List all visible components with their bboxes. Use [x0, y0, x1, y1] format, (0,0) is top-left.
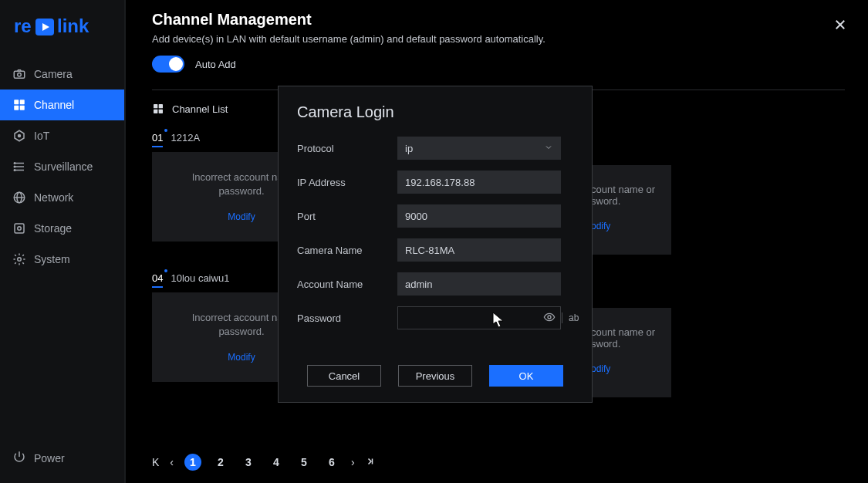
iot-icon — [12, 129, 26, 143]
sidebar-item-label: Camera — [34, 68, 73, 80]
surveillance-icon — [12, 160, 26, 174]
channel-card-partial: count name or sword. odify — [586, 165, 671, 255]
power-button[interactable]: Power — [0, 439, 124, 483]
auto-add-label: Auto Add — [195, 59, 236, 70]
svg-point-13 — [14, 163, 15, 164]
modify-link[interactable]: odify — [591, 221, 664, 231]
page-title: Channel Management — [152, 11, 845, 29]
sidebar-item-iot[interactable]: IoT — [0, 120, 124, 151]
sidebar-item-label: Network — [34, 191, 73, 204]
svg-rect-5 — [14, 100, 19, 104]
port-label: Port — [297, 211, 397, 222]
svg-rect-27 — [159, 110, 163, 113]
ip-input[interactable] — [397, 171, 561, 194]
previous-button[interactable]: Previous — [398, 365, 472, 387]
sidebar-item-channel[interactable]: Channel — [0, 90, 124, 120]
svg-rect-26 — [154, 110, 157, 113]
page-next[interactable]: › — [351, 456, 355, 468]
channel-icon — [12, 98, 26, 112]
svg-point-4 — [18, 73, 22, 77]
svg-rect-3 — [14, 71, 25, 78]
port-input[interactable] — [397, 204, 561, 228]
protocol-label: Protocol — [297, 143, 397, 154]
power-icon — [12, 450, 26, 466]
svg-point-14 — [14, 166, 15, 167]
keyboard-button[interactable]: ab — [569, 312, 579, 323]
system-icon — [12, 252, 26, 266]
ip-label: IP Address — [297, 177, 397, 188]
page-number[interactable]: 6 — [323, 454, 340, 471]
sidebar-item-label: Surveillance — [34, 160, 93, 173]
account-label: Account Name — [297, 279, 397, 290]
camera-icon — [12, 67, 26, 81]
protocol-value[interactable] — [397, 137, 561, 160]
svg-point-29 — [548, 316, 551, 319]
page-number[interactable]: 2 — [212, 454, 229, 471]
sidebar-item-label: System — [34, 253, 70, 265]
camera-name-input[interactable] — [397, 238, 561, 262]
sidebar-item-surveillance[interactable]: Surveillance — [0, 151, 124, 182]
svg-point-9 — [19, 135, 21, 137]
close-button[interactable] — [831, 15, 849, 34]
svg-rect-25 — [159, 104, 163, 108]
page-first[interactable]: K — [152, 456, 159, 468]
storage-icon — [12, 221, 26, 235]
sidebar: re link Camera Channel IoT — [0, 0, 126, 483]
channel-number: 04 — [152, 272, 163, 288]
account-input[interactable] — [397, 272, 561, 296]
modify-link[interactable]: odify — [591, 363, 664, 374]
cancel-button[interactable]: Cancel — [307, 365, 381, 387]
power-label: Power — [34, 452, 65, 464]
sidebar-item-storage[interactable]: Storage — [0, 213, 124, 244]
pagination: K ‹ 1 2 3 4 5 6 › — [152, 454, 845, 471]
brand-logo: re link — [0, 17, 124, 59]
card-message: count name or sword. — [591, 184, 664, 207]
sidebar-item-network[interactable]: Network — [0, 182, 124, 213]
sidebar-item-label: Storage — [34, 222, 72, 235]
svg-rect-7 — [14, 106, 19, 110]
eye-icon[interactable] — [543, 311, 556, 326]
page-number[interactable]: 3 — [240, 454, 257, 471]
page-subtitle: Add device(s) in LAN with default userna… — [152, 33, 845, 45]
svg-point-20 — [18, 227, 22, 231]
sidebar-nav: Camera Channel IoT Surveillance Network — [0, 59, 124, 439]
page-prev[interactable]: ‹ — [170, 456, 174, 468]
svg-rect-24 — [154, 104, 157, 108]
page-last[interactable] — [366, 456, 375, 468]
password-label: Password — [297, 312, 397, 324]
card-message: count name or sword. — [591, 326, 664, 350]
svg-rect-8 — [20, 106, 25, 110]
channel-name: 10lou caiwu1 — [171, 272, 229, 284]
auto-add-toggle[interactable] — [152, 56, 184, 73]
ok-button[interactable]: OK — [489, 365, 563, 387]
page-number[interactable]: 1 — [184, 454, 201, 471]
sidebar-item-label: IoT — [34, 130, 49, 142]
svg-rect-6 — [20, 100, 25, 104]
protocol-select[interactable] — [397, 137, 561, 160]
sidebar-item-system[interactable]: System — [0, 244, 124, 275]
svg-point-21 — [18, 258, 22, 262]
modal-title: Camera Login — [297, 103, 573, 121]
channel-card-partial: count name or sword. odify — [586, 308, 671, 397]
sidebar-item-label: Channel — [34, 99, 74, 111]
grid-icon — [152, 103, 164, 115]
svg-text:re: re — [14, 15, 32, 36]
channel-number: 01 — [152, 132, 163, 147]
channel-list-label: Channel List — [172, 103, 228, 115]
svg-point-15 — [14, 170, 15, 171]
channel-name: 1212A — [171, 132, 200, 144]
camera-login-modal: Camera Login Protocol IP Address Port Ca… — [278, 86, 593, 403]
page-number[interactable]: 4 — [268, 454, 285, 471]
camera-name-label: Camera Name — [297, 245, 397, 256]
svg-rect-19 — [15, 224, 24, 233]
sidebar-item-camera[interactable]: Camera — [0, 59, 124, 90]
page-number[interactable]: 5 — [296, 454, 312, 471]
network-icon — [12, 191, 26, 204]
svg-text:link: link — [57, 15, 90, 36]
password-input[interactable] — [398, 312, 543, 324]
